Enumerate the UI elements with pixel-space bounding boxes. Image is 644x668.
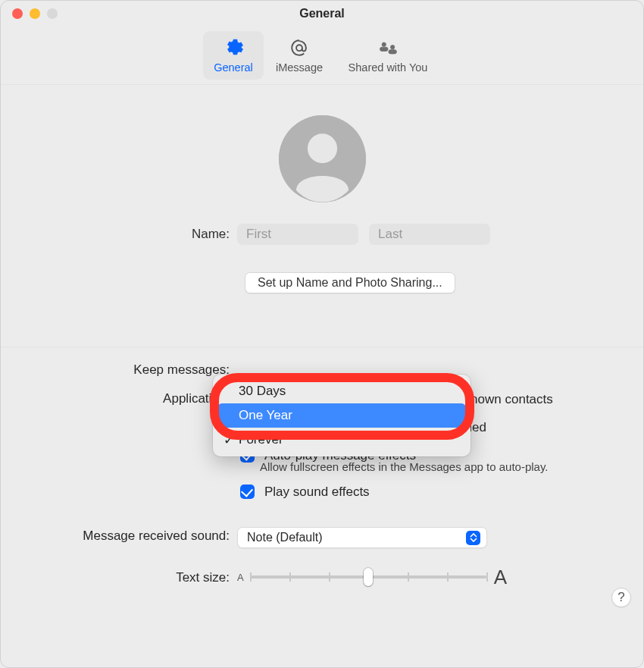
keep-menu-item[interactable]: 30 Days — [217, 379, 466, 403]
last-name-field[interactable] — [369, 224, 490, 245]
minimize-window-button[interactable] — [30, 8, 40, 19]
gear-icon — [223, 37, 244, 58]
zoom-window-button[interactable] — [47, 8, 58, 19]
keep-menu-item[interactable]: One Year — [217, 403, 466, 428]
tab-shared-with-you[interactable]: Shared with You — [335, 31, 441, 80]
popup-arrows-icon — [466, 531, 480, 545]
tab-imessage-label: iMessage — [276, 61, 323, 74]
close-window-button[interactable] — [12, 8, 23, 19]
autoplay-sublabel: Allow fullscreen effects in the Messages… — [260, 460, 553, 473]
sound-fx-label: Play sound effects — [264, 485, 370, 500]
keep-messages-menu[interactable]: 30 DaysOne Year✓Forever — [213, 375, 470, 456]
tab-imessage[interactable]: iMessage — [264, 31, 335, 80]
window-controls — [12, 8, 58, 19]
keep-menu-item[interactable]: ✓Forever — [217, 428, 466, 452]
person-icon — [279, 115, 366, 202]
keep-menu-item-label: Forever — [239, 432, 283, 447]
at-icon — [289, 37, 310, 58]
text-size-max-marker: A — [494, 566, 507, 589]
profile-avatar[interactable] — [279, 115, 366, 202]
tab-shared-label: Shared with You — [349, 61, 428, 74]
svg-rect-1 — [380, 47, 389, 51]
section-divider — [1, 347, 643, 347]
svg-rect-3 — [389, 50, 397, 54]
tab-general-label: General — [214, 61, 253, 74]
keep-messages-label: Keep messages: — [23, 361, 237, 378]
tab-general[interactable]: General — [203, 31, 264, 80]
checkmark-icon: ✓ — [224, 432, 234, 448]
general-pane: Name: Set up Name and Photo Sharing... K… — [1, 85, 643, 618]
received-sound-label: Message received sound: — [23, 527, 237, 544]
first-name-field[interactable] — [237, 224, 358, 245]
text-size-thumb[interactable] — [364, 568, 373, 586]
svg-point-0 — [382, 42, 386, 46]
title-bar: General — [1, 1, 643, 27]
name-label: Name: — [23, 227, 237, 242]
application-label: Application: — [23, 390, 237, 406]
text-size-min-marker: A — [237, 572, 244, 583]
window-title: General — [299, 7, 345, 20]
text-size-slider[interactable] — [250, 565, 486, 589]
keep-menu-item-label: 30 Days — [239, 384, 286, 399]
svg-point-2 — [391, 45, 395, 49]
people-icon — [377, 37, 399, 58]
received-sound-popup[interactable]: Note (Default) — [237, 527, 487, 548]
svg-point-5 — [307, 133, 336, 163]
help-button[interactable]: ? — [611, 588, 631, 607]
setup-photo-sharing-button[interactable]: Set up Name and Photo Sharing... — [245, 272, 455, 293]
received-sound-value: Note (Default) — [247, 531, 323, 544]
preferences-toolbar: General iMessage Shared with You — [1, 27, 643, 85]
sound-fx-check[interactable] — [240, 485, 255, 499]
text-size-label: Text size: — [23, 569, 237, 585]
keep-menu-item-label: One Year — [239, 408, 292, 423]
sound-fx-checkbox[interactable]: Play sound effects — [237, 482, 553, 501]
